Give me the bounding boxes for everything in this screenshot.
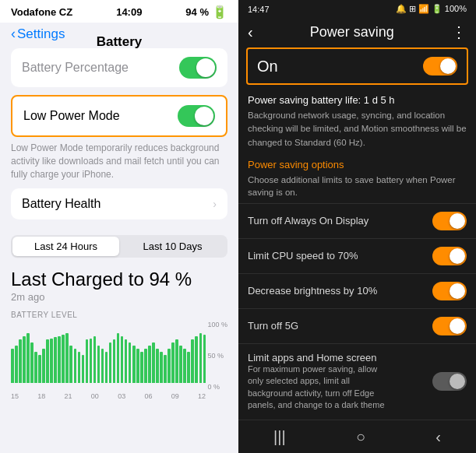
android-option-toggle-1[interactable]: [432, 247, 467, 265]
chart-bar: [86, 339, 89, 383]
page-title: Battery: [97, 34, 143, 50]
android-menu-button[interactable]: ⋮: [451, 23, 467, 41]
chart-bar: [101, 349, 104, 383]
android-option-toggle-0[interactable]: [432, 212, 467, 230]
android-option-row: Turn off 5G: [238, 308, 476, 343]
x-label-09: 09: [171, 392, 179, 400]
android-nav-bar: ‹ Power saving ⋮: [238, 16, 476, 47]
x-label-06: 06: [144, 392, 152, 400]
android-option-label: Limit apps and Home screenFor maximum po…: [248, 352, 388, 412]
android-power-info: Power saving battery life: 1 d 5 h Backg…: [238, 91, 476, 156]
android-recent-button[interactable]: |||: [273, 428, 286, 446]
chart-bar: [42, 349, 45, 383]
battery-percentage-row: Battery Percentage: [11, 48, 227, 87]
android-option-label: Limit CPU speed to 70%: [248, 250, 358, 262]
chart-bar: [30, 342, 33, 383]
android-page-title: Power saving: [310, 24, 394, 40]
chart-bar: [109, 342, 112, 383]
battery-percent: 94 %: [185, 6, 209, 18]
android-home-button[interactable]: ○: [356, 428, 365, 446]
chart-bar: [97, 346, 100, 383]
android-back-button[interactable]: ‹: [248, 23, 253, 41]
low-power-mode-label: Low Power Mode: [23, 109, 120, 123]
back-label[interactable]: Settings: [17, 26, 65, 42]
battery-percentage-toggle[interactable]: [179, 57, 217, 79]
chart-bar: [23, 336, 26, 383]
chart-bar: [175, 339, 178, 383]
chart-bar: [183, 349, 186, 383]
android-option-toggle-4[interactable]: [432, 372, 467, 391]
chart-bar: [82, 355, 85, 383]
y-label-100: 100 %: [207, 321, 227, 328]
android-option-label-sub: For maximum power saving, allow only sel…: [248, 363, 388, 412]
power-options-sub: Choose additional limits to save battery…: [238, 172, 476, 203]
carrier-label: Vodafone CZ: [11, 6, 72, 18]
chart-bar: [50, 339, 53, 384]
chevron-left-icon: ‹: [11, 26, 16, 42]
android-battery-pct: 100%: [445, 4, 467, 13]
chart-bar: [148, 346, 151, 383]
time-segment-control[interactable]: Last 24 Hours Last 10 Days: [11, 235, 227, 258]
chart-bar: [187, 352, 190, 383]
power-options-title: Power saving options: [238, 156, 476, 172]
android-option-label: Turn off 5G: [248, 320, 298, 332]
android-on-label: On: [257, 58, 278, 76]
chart-bar: [136, 349, 139, 383]
android-option-label-text: Limit apps and Home screen: [248, 352, 388, 363]
chart-bar: [15, 346, 18, 383]
android-option-row: Limit CPU speed to 70%: [238, 238, 476, 273]
x-label-03: 03: [118, 392, 125, 400]
chart-bar: [69, 346, 72, 383]
chart-bar: [199, 333, 203, 383]
last-charged-title: Last Charged to 94 %: [11, 269, 227, 290]
android-option-toggle-2[interactable]: [432, 282, 467, 300]
chart-bar: [129, 342, 132, 383]
chart-bar: [121, 336, 124, 383]
chart-bar: [195, 336, 198, 383]
power-saving-desc: Background network usage, syncing, and l…: [248, 109, 467, 149]
low-power-mode-row: Low Power Mode: [11, 95, 227, 137]
android-status-icons: 🔔 ⊞ 📶 🔋 100%: [396, 4, 467, 14]
android-option-toggle-3[interactable]: [432, 317, 467, 335]
android-option-label: Turn off Always On Display: [248, 215, 368, 226]
y-label-50: 50 %: [207, 352, 227, 360]
chart-y-labels: 100 % 50 % 0 %: [207, 321, 227, 391]
android-back-nav-button[interactable]: ‹: [435, 428, 441, 446]
battery-health-label: Battery Health: [22, 197, 100, 211]
chart-bar: [65, 333, 69, 383]
battery-info: 94 % 🔋: [185, 5, 227, 19]
battery-percentage-label: Battery Percentage: [22, 61, 129, 75]
android-panel: 14:47 🔔 ⊞ 📶 🔋 100% ‹ Power saving ⋮ On P…: [238, 0, 476, 453]
x-label-18: 18: [37, 392, 45, 400]
chart-bar: [179, 346, 182, 383]
chart-bar: [58, 336, 61, 384]
segment-24h[interactable]: Last 24 Hours: [12, 237, 119, 256]
chart-bar: [34, 352, 37, 383]
segment-10days[interactable]: Last 10 Days: [119, 237, 226, 256]
chart-bar: [90, 339, 93, 384]
android-option-row: Decrease brightness by 10%: [238, 273, 476, 308]
chart-bar: [38, 355, 41, 383]
battery-health-section: Battery Health ›: [11, 188, 227, 219]
chart-bar: [125, 339, 128, 383]
battery-percentage-section: Battery Percentage: [11, 48, 227, 87]
battery-health-row[interactable]: Battery Health ›: [11, 188, 227, 219]
chart-bar: [117, 333, 120, 383]
chart-bar: [78, 352, 81, 383]
time-label: 14:09: [116, 6, 142, 18]
x-label-21: 21: [65, 392, 72, 400]
chart-bar: [46, 339, 49, 383]
chart-bar: [144, 349, 147, 383]
back-button[interactable]: ‹ Settings: [11, 26, 65, 42]
last-charged-sub: 2m ago: [11, 291, 227, 303]
chart-bar: [160, 352, 163, 383]
x-label-00: 00: [91, 392, 99, 400]
chart-bar: [203, 335, 206, 383]
last-charged-container: Last Charged to 94 % 2m ago: [0, 262, 238, 304]
low-power-mode-toggle[interactable]: [178, 105, 215, 127]
battery-chart: 100 % 50 % 0 %: [0, 321, 238, 391]
android-on-toggle[interactable]: [423, 57, 457, 76]
y-label-0: 0 %: [207, 383, 227, 391]
ios-panel: Vodafone CZ 14:09 94 % 🔋 ‹ Settings Batt…: [0, 0, 238, 453]
chart-bars: [11, 321, 227, 383]
